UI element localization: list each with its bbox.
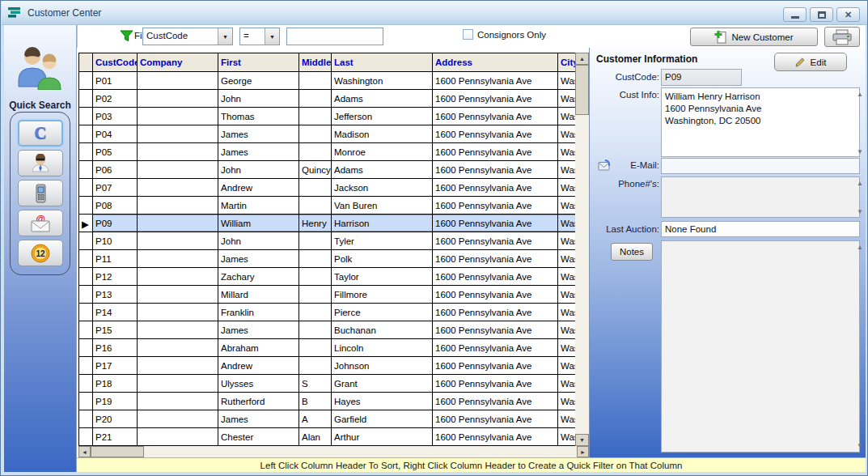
app-icon (8, 6, 22, 19)
grid-header-first[interactable]: First (218, 53, 299, 71)
table-row[interactable]: P12 Zachary Taylor 1600 Pennsylvania Ave… (78, 268, 589, 286)
table-row[interactable]: P11 James Polk 1600 Pennsylvania Ave Was… (78, 250, 589, 268)
search-by-auction-button[interactable]: 12 (18, 240, 63, 266)
scroll-right-icon[interactable]: ► (577, 446, 589, 457)
grid-header-middle[interactable]: Middle (299, 53, 332, 71)
cell-middle (299, 268, 332, 286)
table-row[interactable]: P14 Franklin Pierce 1600 Pennsylvania Av… (78, 304, 589, 321)
phones-label: Phone#'s: (596, 179, 659, 189)
close-button[interactable]: ✕ (836, 7, 860, 22)
scroll-up-icon[interactable]: ▲ (857, 91, 863, 98)
table-row[interactable]: P17 Andrew Johnson 1600 Pennsylvania Ave… (78, 357, 589, 375)
cell-custcode: P18 (93, 375, 138, 393)
row-indicator (79, 197, 93, 215)
grid-header-last[interactable]: Last (332, 53, 433, 71)
cell-custcode: P08 (93, 197, 138, 215)
scroll-up-icon[interactable]: ▲ (857, 244, 863, 251)
new-document-icon (714, 30, 726, 44)
scroll-down-icon[interactable]: ▼ (575, 434, 589, 446)
filter-operator-select[interactable]: = ▼ (239, 28, 280, 45)
minimize-button[interactable] (783, 7, 807, 22)
close-icon: ✕ (845, 11, 852, 19)
table-row[interactable]: P13 Millard Fillmore 1600 Pennsylvania A… (78, 286, 589, 304)
scroll-down-icon[interactable]: ▼ (857, 208, 863, 215)
grid-header-custcode[interactable]: CustCode (93, 53, 138, 71)
cell-first: Zachary (218, 268, 299, 286)
table-row[interactable]: P15 James Buchanan 1600 Pennsylvania Ave… (78, 321, 589, 339)
scroll-up-icon[interactable]: ▲ (857, 180, 863, 187)
cell-first: Millard (218, 286, 299, 304)
row-indicator (79, 179, 93, 197)
table-row[interactable]: P19 Rutherford B Hayes 1600 Pennsylvania… (78, 393, 589, 410)
filter-field-value: CustCode (143, 28, 218, 45)
notes-button[interactable]: Notes (611, 243, 653, 261)
consignors-only-checkbox-group[interactable]: Consignors Only (463, 29, 546, 40)
custinfo-box[interactable]: William Henry Harrison 1600 Pennsylvania… (661, 87, 860, 157)
table-row[interactable]: P08 Martin Van Buren 1600 Pennsylvania A… (78, 197, 589, 215)
phones-box[interactable] (661, 176, 860, 218)
table-row[interactable]: P07 Andrew Jackson 1600 Pennsylvania Ave… (78, 179, 589, 197)
hscroll-thumb[interactable] (91, 446, 144, 457)
restore-button[interactable] (810, 7, 833, 22)
minimize-icon (791, 16, 799, 19)
table-row[interactable]: P21 Chester Alan Arthur 1600 Pennsylvani… (78, 428, 589, 446)
table-row[interactable]: ▶ P09 William Henry Harrison 1600 Pennsy… (78, 215, 589, 232)
chevron-down-icon[interactable]: ▼ (265, 28, 279, 45)
scroll-left-icon[interactable]: ◄ (78, 446, 91, 457)
cell-middle (299, 304, 332, 321)
cell-company (138, 125, 218, 143)
cell-company (138, 143, 218, 161)
cell-company (138, 428, 218, 446)
cell-company (138, 250, 218, 268)
search-by-name-button[interactable] (18, 150, 63, 176)
filter-field-select[interactable]: CustCode ▼ (142, 28, 233, 45)
edit-button[interactable]: Edit (774, 53, 847, 71)
cell-custcode: P03 (93, 108, 138, 125)
row-indicator (79, 393, 93, 410)
new-customer-label: New Customer (731, 32, 793, 42)
table-row[interactable]: P18 Ulysses S Grant 1600 Pennsylvania Av… (78, 375, 589, 393)
chevron-down-icon[interactable]: ▼ (218, 28, 232, 45)
consignors-only-checkbox[interactable] (463, 29, 473, 40)
print-button[interactable] (824, 27, 860, 47)
grid-header-row: CustCode Company First Middle Last Addre… (78, 53, 589, 72)
cell-first: Rutherford (218, 393, 299, 410)
cell-middle: Henry (299, 215, 332, 232)
table-row[interactable]: P05 James Monroe 1600 Pennsylvania Ave W… (78, 143, 589, 161)
table-row[interactable]: P03 Thomas Jefferson 1600 Pennsylvania A… (78, 108, 589, 125)
cell-first: Franklin (218, 304, 299, 321)
search-by-phone-button[interactable] (18, 180, 63, 206)
table-row[interactable]: P01 George Washington 1600 Pennsylvania … (78, 72, 589, 90)
cell-company (138, 357, 218, 375)
cell-first: James (218, 143, 299, 161)
cell-address: 1600 Pennsylvania Ave (433, 143, 558, 161)
custcode-c-icon: C (34, 123, 46, 143)
vscroll-thumb[interactable] (575, 65, 589, 115)
grid-header-address[interactable]: Address (433, 53, 558, 71)
cell-custcode: P20 (93, 410, 138, 428)
scroll-up-icon[interactable]: ▲ (575, 53, 589, 65)
table-row[interactable]: P02 John Adams 1600 Pennsylvania Ave Was… (78, 90, 589, 108)
notes-box[interactable] (661, 240, 860, 453)
table-row[interactable]: P16 Abraham Lincoln 1600 Pennsylvania Av… (78, 339, 589, 357)
table-row[interactable]: P10 John Tyler 1600 Pennsylvania Ave Was… (78, 232, 589, 250)
grid-header-company[interactable]: Company (138, 53, 218, 71)
scroll-down-icon[interactable]: ▼ (857, 148, 863, 155)
filter-value-input[interactable] (286, 28, 383, 45)
search-by-custcode-button[interactable]: C (18, 120, 63, 147)
cell-address: 1600 Pennsylvania Ave (433, 304, 558, 321)
cell-middle: Alan (299, 428, 332, 446)
table-row[interactable]: P20 James A Garfield 1600 Pennsylvania A… (78, 410, 589, 428)
auction-badge-12-icon: 12 (30, 243, 51, 264)
search-by-email-button[interactable]: @ (18, 210, 63, 236)
new-customer-button[interactable]: New Customer (690, 28, 818, 46)
scroll-down-icon[interactable]: ▼ (857, 442, 863, 449)
cell-first: James (218, 410, 299, 428)
cell-company (138, 232, 218, 250)
email-field[interactable] (661, 158, 860, 174)
cell-last: Garfield (332, 410, 433, 428)
grid-vertical-scrollbar[interactable]: ▲ ▼ (575, 53, 589, 446)
grid-horizontal-scrollbar[interactable]: ◄ ► (78, 446, 589, 457)
table-row[interactable]: P06 John Quincy Adams 1600 Pennsylvania … (78, 161, 589, 179)
table-row[interactable]: P04 James Madison 1600 Pennsylvania Ave … (78, 125, 589, 143)
